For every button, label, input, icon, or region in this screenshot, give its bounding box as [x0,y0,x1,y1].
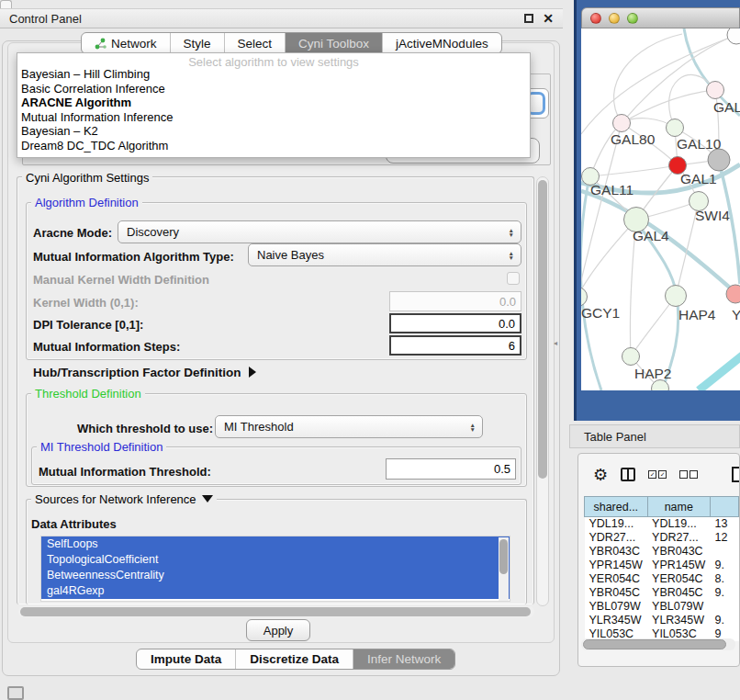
gear-icon[interactable]: ⚙ [593,467,608,483]
table-cell[interactable]: YLR345W [647,614,711,627]
table-row[interactable]: YDL19...YDL19...13 [585,517,739,531]
table-cell[interactable]: YER054C [585,572,648,586]
table-cell[interactable]: YBL079W [585,600,648,614]
table-horizontal-scrollbar[interactable] [581,638,735,650]
data-attributes-list[interactable]: SelfLoopsTopologicalCoefficientBetweenne… [40,536,510,602]
network-node-gal80[interactable] [613,115,631,132]
table-cell[interactable]: 12 [711,531,739,545]
tab-jactivemnodules[interactable]: jActiveMNodules [383,33,501,53]
float-window-icon[interactable] [524,14,533,23]
network-node-hap4[interactable] [666,286,687,307]
network-window-titlebar[interactable] [581,7,740,28]
dpi-tolerance-field[interactable]: 0.0 [389,313,521,333]
network-view-canvas[interactable]: GALGAL80GAL10GAL1GAL11SWI4GAL4GCY1HAP4YH… [581,28,740,390]
kernel-width-field[interactable]: 0.0 [389,291,521,311]
table-cell[interactable]: 9. [711,586,739,600]
tab-infer-network[interactable]: Infer Network [353,649,454,669]
table-cell[interactable]: YBL079W [647,600,711,614]
close-icon[interactable]: ✕ [543,11,554,26]
document-icon[interactable] [732,467,740,482]
table-row[interactable]: YDR27...YDR27...12 [585,531,739,545]
table-row[interactable]: YPR145WYPR145W9. [585,559,739,572]
network-edge[interactable] [590,165,678,176]
unchecked-pair-icon[interactable] [679,470,698,479]
attributes-scrollbar[interactable] [499,537,509,602]
settings-vertical-scrollbar[interactable] [536,176,549,606]
sources-expander[interactable]: Sources for Network Inference [31,492,217,506]
manual-kernel-checkbox[interactable] [507,272,520,285]
which-threshold-select[interactable]: MI Threshold ▲▼ [215,415,483,438]
table-cell[interactable] [711,600,739,614]
tab-style[interactable]: Style [171,33,225,53]
mi-steps-field[interactable]: 6 [389,335,521,356]
attribute-item-selected[interactable]: TopologicalCoefficient [41,552,510,568]
column-header[interactable] [711,497,739,517]
minimize-traffic-light[interactable] [609,13,620,24]
network-node-hap2[interactable] [622,348,640,366]
table-row[interactable]: YLR345WYLR345W9. [585,614,739,627]
table-cell[interactable]: YPR145W [585,559,648,572]
table-row[interactable]: YER054CYER054C8. [585,572,739,586]
network-edge[interactable] [581,220,636,297]
dropdown-item[interactable]: Bayesian – Hill Climbing [17,67,530,82]
network-node[interactable] [708,149,730,171]
close-traffic-light[interactable] [590,13,601,24]
dropdown-item[interactable]: Bayesian – K2 [17,124,530,139]
table-row[interactable]: YBL079WYBL079W [585,600,739,614]
network-edge[interactable] [631,296,676,356]
mi-algorithm-type-select[interactable]: Naive Bayes ▲▼ [248,243,521,266]
table-cell[interactable]: YBR043C [647,545,711,559]
table-cell[interactable]: 9. [711,559,739,572]
network-node-gal[interactable] [707,82,724,99]
network-node-gal10[interactable] [667,119,684,137]
attribute-item-selected[interactable]: gal4RGexp [41,583,510,599]
tab-network[interactable]: Network [82,33,171,53]
table-cell[interactable]: YDL19... [647,517,711,531]
tab-cyni-toolbox[interactable]: Cyni Toolbox [286,33,383,53]
node-attribute-table[interactable]: shared...name YDL19...YDL19...13YDR27...… [584,496,739,641]
table-cell[interactable]: YPR145W [647,559,711,572]
network-edge[interactable] [581,123,622,297]
attribute-item-selected[interactable]: BetweennessCentrality [41,568,510,583]
network-graph[interactable]: GALGAL80GAL10GAL1GAL11SWI4GAL4GCY1HAP4YH… [581,28,740,390]
tab-select[interactable]: Select [225,33,286,53]
apply-button[interactable]: Apply [246,619,310,641]
network-edge[interactable] [699,354,740,390]
table-cell[interactable]: YBR045C [647,586,711,600]
column-header[interactable]: shared... [585,497,648,517]
table-cell[interactable]: 9. [711,614,739,627]
table-cell[interactable]: YDL19... [585,517,648,531]
table-cell[interactable]: YER054C [647,572,711,586]
network-node-y[interactable] [726,285,740,303]
hub-definition-expander[interactable]: Hub/Transcription Factor Definition [33,366,256,379]
table-cell[interactable] [711,545,739,559]
table-cell[interactable]: YDR27... [647,531,711,545]
dropdown-item[interactable]: Dream8 DC_TDC Algorithm [17,139,530,153]
table-cell[interactable]: YLR345W [585,614,648,627]
panel-divider-handle[interactable]: ◂ [554,339,558,347]
panel-corner-tab[interactable] [0,0,12,8]
table-cell[interactable]: YDR27... [585,531,648,545]
table-cell[interactable]: YBR043C [585,545,648,559]
mi-threshold-field[interactable]: 0.5 [386,458,516,480]
table-cell[interactable]: YBR045C [585,586,648,600]
checked-pair-icon[interactable]: ✓✓ [648,470,667,479]
aracne-mode-select[interactable]: Discovery ▲▼ [118,220,521,243]
attribute-item-selected[interactable]: SelfLoops [41,536,510,552]
settings-horizontal-scrollbar[interactable] [18,606,534,617]
tab-discretize-data[interactable]: Discretize Data [236,649,353,669]
dropdown-item[interactable]: Mutual Information Inference [17,110,530,125]
dropdown-item[interactable]: Basic Correlation Inference [17,82,530,96]
columns-icon[interactable] [621,468,635,481]
tab-impute-data[interactable]: Impute Data [137,649,236,669]
network-node-gcy1[interactable] [581,288,588,307]
table-cell[interactable]: 13 [711,517,739,531]
dropdown-item[interactable]: ARACNE Algorithm [17,96,530,110]
network-node[interactable] [727,28,740,44]
table-row[interactable]: YBR045CYBR045C9. [585,586,739,600]
minimized-panel-icon[interactable] [7,686,24,700]
zoom-traffic-light[interactable] [627,13,638,24]
table-row[interactable]: YBR043CYBR043C [585,545,739,559]
table-cell[interactable]: 8. [711,572,739,586]
column-header[interactable]: name [647,497,711,517]
